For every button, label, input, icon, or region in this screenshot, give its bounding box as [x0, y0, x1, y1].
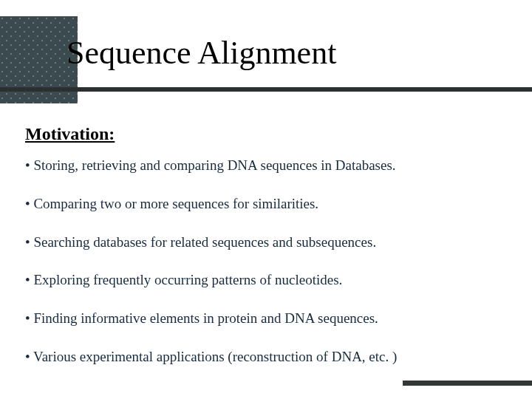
list-item: Exploring frequently occurring patterns …: [25, 271, 513, 289]
list-item: Finding informative elements in protein …: [25, 310, 513, 327]
horizontal-rule: [0, 87, 532, 92]
footer-accent-bar: [403, 381, 532, 386]
list-item: Storing, retrieving and comparing DNA se…: [25, 157, 513, 174]
section-heading: Motivation:: [25, 124, 115, 144]
slide: Sequence Alignment Motivation: Storing, …: [0, 0, 532, 399]
slide-title: Sequence Alignment: [66, 34, 336, 72]
list-item: Comparing two or more sequences for simi…: [25, 195, 513, 213]
list-item: Various experimental applications (recon…: [25, 348, 513, 366]
bullet-list: Storing, retrieving and comparing DNA se…: [25, 157, 513, 386]
list-item: Searching databases for related sequence…: [25, 233, 513, 251]
